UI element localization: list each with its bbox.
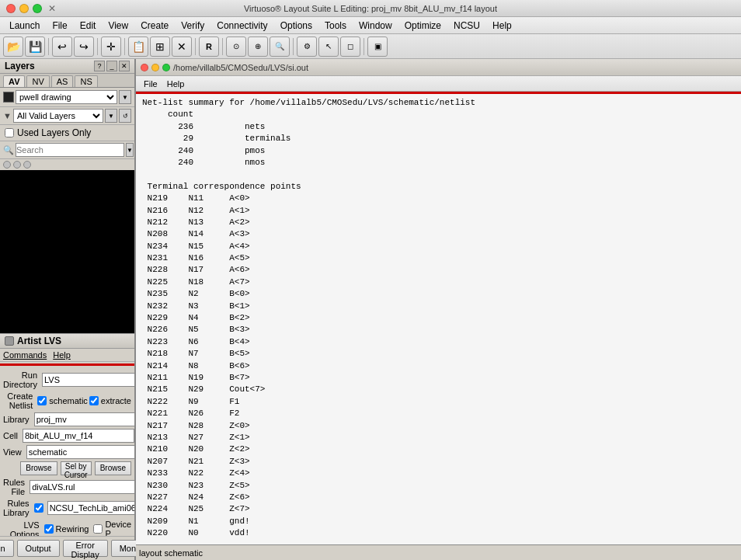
layer-arrow-down-btn[interactable]: ▼ (119, 90, 131, 104)
rewiring-checkbox[interactable] (44, 524, 54, 534)
toolbar-select-btn[interactable]: ↖ (318, 37, 339, 57)
library-label: Library (3, 415, 34, 424)
toolbar-sep-6 (293, 38, 294, 55)
sel-cursor-button[interactable]: Sel by Cursor (61, 461, 92, 475)
toolbar-grid-btn[interactable]: ⊕ (248, 37, 268, 57)
artist-close-btn[interactable] (5, 336, 14, 346)
output-button[interactable]: Output (17, 540, 60, 557)
output-menu-help[interactable]: Help (162, 78, 190, 89)
layer-tab-as[interactable]: AS (51, 75, 74, 87)
search-input[interactable] (16, 143, 124, 157)
browse-button-1[interactable]: Browse (20, 461, 57, 475)
menu-ncsu[interactable]: NCSU (447, 19, 486, 33)
browse-button-2[interactable]: Browse (95, 461, 131, 475)
output-menu-file[interactable]: File (139, 78, 162, 89)
rules-library-checkbox[interactable] (34, 503, 43, 513)
layers-help-btn[interactable]: ? (94, 61, 105, 71)
menu-tools[interactable]: Tools (318, 19, 353, 33)
output-menu-bar: File Help (136, 76, 741, 92)
artist-lvs-title: Artist LVS (17, 336, 61, 346)
minimize-button[interactable] (19, 4, 29, 13)
schematic-checkbox-label: schematic (37, 396, 88, 405)
lvs-options-row: LVS Options Rewiring Device P (3, 520, 131, 537)
layer-tab-ns[interactable]: NS (75, 75, 97, 87)
loading-dot-3 (23, 161, 31, 169)
close-button[interactable] (6, 4, 16, 13)
toolbar-extra-btn[interactable]: ▣ (367, 37, 388, 57)
view-input-1[interactable] (26, 445, 134, 459)
toolbar-save-btn[interactable]: 💾 (25, 37, 45, 57)
valid-layers-arrow-btn[interactable]: ▼ (105, 109, 117, 123)
layers-minimize-btn[interactable]: _ (106, 61, 117, 71)
commands-link[interactable]: Commands (3, 350, 47, 360)
cell-input-1[interactable] (23, 429, 134, 443)
toolbar-zoom-btn[interactable]: 🔍 (270, 37, 290, 57)
menu-optimize[interactable]: Optimize (398, 19, 447, 33)
layer-dropdown[interactable]: pwell drawing (16, 90, 117, 104)
error-display-button[interactable]: Error Display (63, 540, 108, 557)
maximize-button[interactable] (33, 4, 42, 13)
rewiring-text: Rewiring (56, 524, 89, 534)
rules-library-row: Rules Library (3, 499, 131, 517)
used-layers-label: Used Layers Only (17, 127, 91, 138)
commands-bar: Commands Help (0, 349, 134, 362)
extracted-checkbox[interactable] (89, 396, 99, 405)
output-maximize-btn[interactable] (162, 64, 170, 71)
menu-connectivity[interactable]: Connectivity (210, 19, 273, 33)
device-p-checkbox[interactable] (93, 524, 103, 534)
menu-verify[interactable]: Verify (175, 19, 210, 33)
right-bottom-bar: layout schematic (136, 544, 741, 560)
used-layers-checkbox[interactable] (5, 128, 14, 137)
valid-layers-dropdown[interactable]: All Valid Layers (13, 109, 103, 123)
toolbar-ruler-btn[interactable]: R (199, 37, 219, 57)
traffic-lights (6, 4, 42, 13)
title-bar: ✕ Virtuoso® Layout Suite L Editing: proj… (0, 0, 741, 17)
output-close-btn[interactable] (141, 64, 148, 71)
schematic-checkbox[interactable] (37, 396, 47, 405)
toolbar-snap-btn[interactable]: ⊙ (226, 37, 246, 57)
toolbar-property-btn[interactable]: ⚙ (297, 37, 317, 57)
device-p-label: Device P (93, 520, 131, 537)
toolbar-open-btn[interactable]: 📂 (3, 37, 23, 57)
search-arrow-btn[interactable]: ▼ (126, 143, 134, 157)
run-button[interactable]: Run (0, 540, 14, 557)
schematic-label: schematic (49, 396, 88, 405)
output-minimize-btn[interactable] (151, 64, 159, 71)
filter-icon: ▼ (3, 111, 12, 120)
create-netlist-label: Create Netlist (3, 391, 37, 410)
toolbar-deselect-btn[interactable]: ◻ (340, 37, 360, 57)
toolbar-move-btn[interactable]: ✛ (101, 37, 121, 57)
toolbar-sep-2 (97, 38, 98, 55)
menu-create[interactable]: Create (134, 19, 175, 33)
library-input-1[interactable] (34, 412, 134, 426)
valid-layers-extra-btn[interactable]: ↺ (119, 109, 131, 123)
red-divider-top (0, 363, 134, 366)
layers-header: Layers ? _ ✕ (0, 59, 134, 74)
menu-view[interactable]: View (102, 19, 134, 33)
toolbar-copy-btn[interactable]: 📋 (128, 37, 148, 57)
menu-options[interactable]: Options (274, 19, 318, 33)
window-title: Virtuoso® Layout Suite L Editing: proj_m… (244, 4, 497, 13)
help-link[interactable]: Help (53, 350, 71, 360)
output-title-bar: /home/villalb5/CMOSedu/LVS/si.out (136, 59, 741, 76)
menu-launch[interactable]: Launch (3, 19, 46, 33)
toolbar-delete-btn[interactable]: ✕ (172, 37, 192, 57)
run-directory-input[interactable] (42, 373, 134, 387)
toolbar-redo-btn[interactable]: ↪ (74, 37, 94, 57)
menu-help[interactable]: Help (486, 19, 518, 33)
menu-file[interactable]: File (46, 19, 73, 33)
library-inputs (34, 412, 134, 426)
toolbar-undo-btn[interactable]: ↩ (52, 37, 72, 57)
extracted-label: extracte (101, 396, 131, 405)
loading-dot-2 (13, 161, 21, 169)
layers-close-btn[interactable]: ✕ (119, 61, 130, 71)
menu-window[interactable]: Window (353, 19, 398, 33)
rules-file-input[interactable] (30, 480, 134, 494)
extracted-checkbox-label: extracte (89, 396, 131, 405)
layer-tab-av[interactable]: AV (3, 75, 25, 87)
layer-tab-nv[interactable]: NV (26, 75, 49, 87)
rules-library-input[interactable] (47, 501, 134, 515)
toolbar-array-btn[interactable]: ⊞ (150, 37, 170, 57)
search-loading (0, 159, 134, 170)
menu-edit[interactable]: Edit (74, 19, 103, 33)
